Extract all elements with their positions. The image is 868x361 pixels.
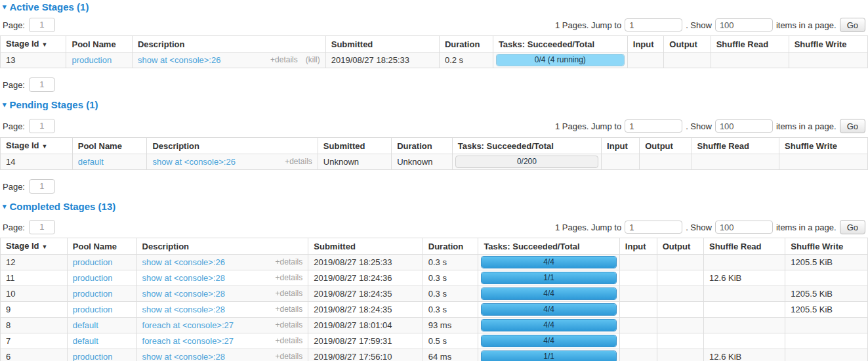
- task-progress-bar: 4/4: [481, 256, 616, 268]
- table-row: 11productionshow at <console>:28+details…: [1, 270, 868, 286]
- column-header-output[interactable]: Output: [640, 138, 692, 154]
- completed-stages-header[interactable]: ▾ Completed Stages (13): [3, 202, 868, 211]
- column-header-duration[interactable]: Duration: [439, 36, 493, 53]
- column-header-pool-name[interactable]: Pool Name: [66, 36, 132, 53]
- shuffle-write-cell: [779, 154, 868, 170]
- current-page-box[interactable]: 1: [29, 220, 55, 234]
- tasks-cell: 1/1: [478, 270, 619, 286]
- input-cell: [619, 270, 657, 286]
- column-header-submitted[interactable]: Submitted: [308, 238, 423, 255]
- description-link[interactable]: show at <console>:28: [142, 304, 225, 315]
- jump-to-page-input[interactable]: [625, 18, 682, 32]
- active-stages-header[interactable]: ▾ Active Stages (1): [3, 2, 868, 12]
- details-toggle[interactable]: +details: [276, 335, 303, 347]
- show-items-input[interactable]: [715, 221, 773, 234]
- details-toggle[interactable]: +details: [276, 288, 303, 299]
- column-header-input[interactable]: Input: [602, 138, 640, 154]
- column-header-description[interactable]: Description: [147, 138, 318, 154]
- task-progress-bar: 4/4: [481, 303, 616, 316]
- current-page-box[interactable]: 1: [29, 18, 55, 32]
- column-header-stage-id[interactable]: Stage Id▼: [1, 238, 68, 255]
- description-link[interactable]: show at <console>:26: [152, 156, 235, 167]
- go-button[interactable]: Go: [840, 220, 865, 234]
- show-items-input[interactable]: [715, 18, 773, 32]
- pool-name-link[interactable]: production: [72, 55, 112, 65]
- section-title-text: Active Stages (1): [10, 2, 89, 12]
- column-header-pool-name[interactable]: Pool Name: [72, 138, 147, 154]
- details-toggle[interactable]: +details: [285, 156, 312, 167]
- pool-name-link[interactable]: default: [73, 336, 98, 346]
- kill-link[interactable]: (kill): [306, 54, 320, 66]
- current-page-box[interactable]: 1: [29, 179, 55, 194]
- task-progress-bar: 4/4: [481, 319, 616, 331]
- column-header-submitted[interactable]: Submitted: [325, 36, 439, 53]
- pager-row: Page: 1 1 Pages. Jump to . Show items in…: [3, 119, 865, 133]
- pool-name-cell: default: [67, 333, 136, 349]
- column-header-tasks-succeeded-total[interactable]: Tasks: Succeeded/Total: [478, 238, 619, 255]
- column-header-duration[interactable]: Duration: [392, 138, 453, 154]
- stage-id-cell: 14: [1, 154, 73, 170]
- column-header-stage-id[interactable]: Stage Id▼: [1, 138, 73, 154]
- description-link[interactable]: show at <console>:26: [138, 54, 220, 66]
- details-toggle[interactable]: +details: [276, 304, 303, 315]
- column-header-shuffle-write[interactable]: Shuffle Write: [785, 238, 868, 255]
- column-header-shuffle-read[interactable]: Shuffle Read: [704, 238, 785, 255]
- column-header-input[interactable]: Input: [627, 36, 664, 53]
- pool-name-link[interactable]: production: [73, 352, 113, 361]
- current-page-box[interactable]: 1: [29, 119, 55, 133]
- pool-name-link[interactable]: production: [73, 289, 113, 299]
- description-link[interactable]: show at <console>:28: [142, 272, 225, 284]
- pending-stages-header[interactable]: ▾ Pending Stages (1): [3, 100, 868, 110]
- column-header-pool-name[interactable]: Pool Name: [67, 238, 136, 255]
- column-header-shuffle-write[interactable]: Shuffle Write: [779, 138, 868, 154]
- task-progress-bar: 0/200: [455, 156, 598, 168]
- current-page-box[interactable]: 1: [29, 77, 55, 92]
- details-toggle[interactable]: +details: [276, 257, 303, 268]
- sort-arrow-icon: ▼: [42, 244, 48, 250]
- pool-name-link[interactable]: production: [73, 305, 113, 314]
- column-header-duration[interactable]: Duration: [423, 238, 478, 255]
- column-header-description[interactable]: Description: [136, 238, 308, 255]
- task-progress-bar: 1/1: [481, 350, 616, 361]
- go-button[interactable]: Go: [840, 18, 865, 32]
- description-link[interactable]: foreach at <console>:27: [142, 320, 234, 331]
- pool-name-link[interactable]: default: [78, 157, 104, 167]
- column-header-tasks-succeeded-total[interactable]: Tasks: Succeeded/Total: [493, 36, 627, 53]
- pool-name-link[interactable]: production: [73, 257, 113, 267]
- description-link[interactable]: foreach at <console>:27: [142, 335, 234, 347]
- task-progress-label: 4/4: [482, 320, 615, 331]
- column-header-description[interactable]: Description: [132, 36, 325, 53]
- completed-stages-table: Stage Id▼Pool NameDescriptionSubmittedDu…: [0, 238, 868, 361]
- page-label: Page:: [3, 223, 25, 232]
- column-header-shuffle-write[interactable]: Shuffle Write: [789, 36, 867, 53]
- column-header-output[interactable]: Output: [657, 238, 703, 255]
- column-header-submitted[interactable]: Submitted: [318, 138, 391, 154]
- shuffle-write-cell: 1205.5 KiB: [785, 286, 868, 302]
- column-header-output[interactable]: Output: [664, 36, 711, 53]
- column-header-tasks-succeeded-total[interactable]: Tasks: Succeeded/Total: [452, 138, 601, 154]
- details-toggle[interactable]: +details: [276, 320, 303, 331]
- show-items-input[interactable]: [715, 119, 773, 133]
- pool-name-link[interactable]: default: [73, 320, 98, 330]
- column-header-shuffle-read[interactable]: Shuffle Read: [692, 138, 779, 154]
- stages-page: ▾ Active Stages (1) Page: 1 1 Pages. Jum…: [0, 2, 868, 361]
- jump-to-page-input[interactable]: [625, 119, 682, 133]
- description-link[interactable]: show at <console>:28: [142, 288, 225, 299]
- shuffle-read-cell: [692, 154, 779, 170]
- column-header-shuffle-read[interactable]: Shuffle Read: [711, 36, 789, 53]
- duration-cell: 0.2 s: [439, 53, 493, 68]
- pool-name-link[interactable]: production: [73, 273, 113, 283]
- pool-name-cell: production: [67, 270, 136, 286]
- shuffle-write-cell: 1205.5 KiB: [785, 255, 868, 270]
- active-stages-table: Stage Id▼Pool NameDescriptionSubmittedDu…: [0, 35, 868, 68]
- description-link[interactable]: show at <console>:26: [142, 257, 225, 268]
- details-toggle[interactable]: +details: [276, 351, 303, 361]
- details-toggle[interactable]: +details: [270, 54, 298, 66]
- column-header-stage-id[interactable]: Stage Id▼: [1, 36, 66, 53]
- jump-to-page-input[interactable]: [625, 221, 682, 234]
- pool-name-cell: production: [66, 53, 132, 68]
- column-header-input[interactable]: Input: [619, 238, 657, 255]
- go-button[interactable]: Go: [840, 119, 865, 133]
- description-link[interactable]: show at <console>:28: [142, 351, 225, 361]
- details-toggle[interactable]: +details: [276, 272, 303, 284]
